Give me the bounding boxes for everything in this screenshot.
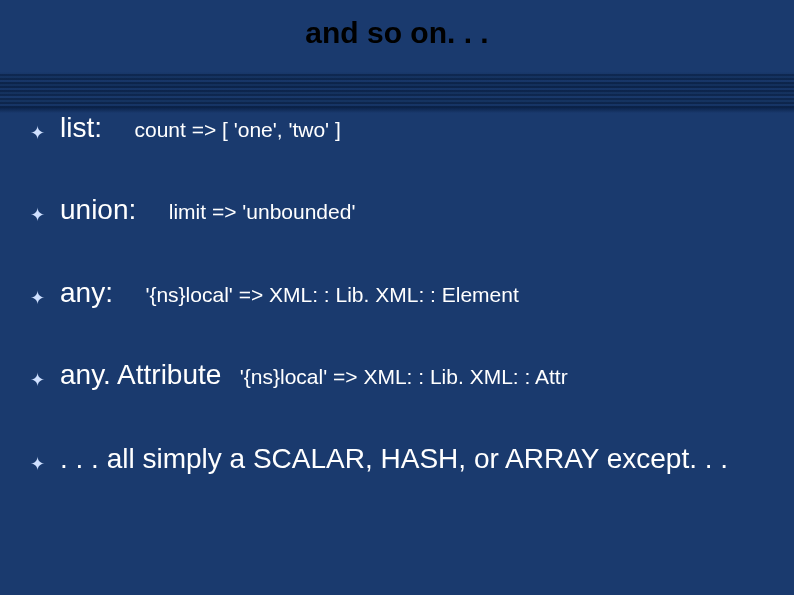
item-detail: count => [ 'one', 'two' ]: [134, 118, 340, 141]
item-label: list:: [60, 112, 102, 143]
list-item: ✦ . . . all simply a SCALAR, HASH, or AR…: [30, 440, 754, 478]
bullet-icon: ✦: [30, 453, 60, 475]
bullet-icon: ✦: [30, 204, 60, 226]
bullet-icon: ✦: [30, 122, 60, 144]
list-item: ✦ list: count => [ 'one', 'two' ]: [30, 110, 754, 146]
item-detail: '{ns}local' => XML: : Lib. XML: : Attr: [240, 365, 568, 388]
summary-text: . . . all simply a SCALAR, HASH, or ARRA…: [60, 443, 728, 474]
item-label: any:: [60, 277, 113, 308]
item-detail: limit => 'unbounded': [169, 200, 356, 223]
title-divider: [0, 74, 794, 108]
list-item: ✦ union: limit => 'unbounded': [30, 192, 754, 228]
item-label: any. Attribute: [60, 359, 221, 390]
bullet-icon: ✦: [30, 287, 60, 309]
slide-title: and so on. . .: [0, 0, 794, 70]
slide-body: ✦ list: count => [ 'one', 'two' ] ✦ unio…: [0, 110, 794, 523]
list-item: ✦ any: '{ns}local' => XML: : Lib. XML: :…: [30, 275, 754, 311]
list-item: ✦ any. Attribute '{ns}local' => XML: : L…: [30, 357, 754, 393]
item-label: union:: [60, 194, 136, 225]
bullet-icon: ✦: [30, 369, 60, 391]
item-detail: '{ns}local' => XML: : Lib. XML: : Elemen…: [145, 283, 518, 306]
